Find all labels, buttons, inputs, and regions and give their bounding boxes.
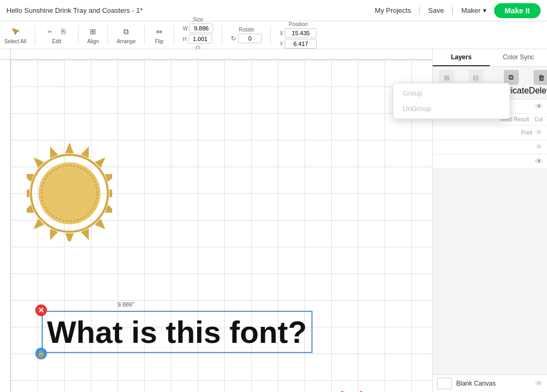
- divider3: [107, 26, 108, 45]
- app-title: Hello Sunshine Drink Tray and Coasters -…: [6, 6, 143, 14]
- delete-icon: 🗑: [534, 70, 547, 85]
- layer-sub2-eye[interactable]: 👁: [535, 128, 543, 137]
- delete-label: Delete: [529, 86, 547, 96]
- layer-sub4-eye[interactable]: 👁: [535, 157, 543, 166]
- arrange-icon[interactable]: ⧉: [120, 26, 132, 37]
- separator: |: [418, 6, 420, 15]
- delete-action[interactable]: 🗑 Delete: [529, 70, 547, 96]
- arrow-annotation: [341, 386, 389, 392]
- make-it-button[interactable]: Make It: [494, 3, 541, 18]
- blank-canvas-row: Blank Canvas 👁: [433, 374, 547, 392]
- size-h-label: H: [183, 36, 186, 42]
- position-y-input[interactable]: [285, 39, 317, 49]
- maker-dropdown[interactable]: Maker ▾: [461, 6, 486, 14]
- svg-marker-8: [65, 233, 74, 241]
- my-projects-link[interactable]: My Projects: [375, 6, 411, 14]
- cut-label: Cut: [534, 116, 543, 122]
- ruler-corner: [0, 49, 11, 60]
- size-w-label: W: [183, 26, 187, 32]
- edit-section: ✂ ⎘ Edit: [44, 26, 69, 44]
- blank-canvas-eye[interactable]: 👁: [535, 379, 543, 388]
- position-y-label: Y: [279, 41, 283, 47]
- rotate-input[interactable]: [238, 34, 262, 43]
- edit-label[interactable]: Edit: [52, 38, 61, 44]
- sun-svg: [27, 124, 112, 241]
- delete-handle[interactable]: ✕: [35, 304, 47, 316]
- cursor-icon[interactable]: [10, 26, 21, 37]
- toolbar: Select All ✂ ⎘ Edit ⊞ Align ⧉ Arrange ⇔ …: [0, 21, 547, 49]
- scissors-icon[interactable]: ✂: [44, 26, 56, 37]
- flip-label[interactable]: Flip: [155, 38, 163, 44]
- ruler-vertical: [0, 49, 11, 392]
- print-label: Print: [521, 130, 532, 136]
- top-bar: Hello Sunshine Drink Tray and Coasters -…: [0, 0, 547, 21]
- select-all-section: Select All: [4, 26, 26, 44]
- divider7: [270, 26, 271, 45]
- canvas-area[interactable]: 9.886" ✕ 🔒 What is this font?: [0, 49, 432, 392]
- divider1: [35, 26, 35, 45]
- select-all-label[interactable]: Select All: [4, 38, 26, 44]
- save-link[interactable]: Save: [428, 6, 444, 14]
- position-section: Position X Y: [279, 21, 317, 49]
- svg-marker-0: [65, 143, 74, 153]
- blank-canvas-swatch[interactable]: [437, 378, 452, 389]
- maker-label: Maker: [461, 6, 480, 14]
- svg-marker-15: [46, 145, 58, 158]
- align-section: ⊞ Align: [87, 26, 99, 44]
- divider6: [222, 26, 222, 45]
- cm-item-group: Group: [393, 85, 510, 101]
- chevron-down-icon: ▾: [483, 6, 487, 14]
- svg-marker-1: [81, 145, 92, 158]
- layer-section: ▼ Weld Result 👁 Weld Result Cut Print 👁 …: [433, 99, 547, 374]
- divider5: [174, 26, 174, 45]
- select-all-icons: [10, 26, 21, 37]
- grid-canvas: 9.886" ✕ 🔒 What is this font?: [11, 60, 432, 392]
- position-label: Position: [288, 21, 308, 27]
- align-icon[interactable]: ⊞: [87, 26, 99, 37]
- divider2: [78, 26, 79, 45]
- svg-marker-9: [46, 229, 58, 241]
- divider4: [144, 26, 145, 45]
- text-element[interactable]: ✕ 🔒 What is this font?: [42, 311, 312, 353]
- ruler-horizontal: [11, 49, 432, 60]
- svg-marker-7: [81, 229, 92, 241]
- text-content: What is this font?: [47, 314, 307, 350]
- flip-section: ⇔ Flip: [153, 26, 165, 44]
- top-bar-right: My Projects | Save | Maker ▾ Make It: [375, 3, 541, 18]
- layer-visibility-icon[interactable]: 👁: [535, 102, 543, 111]
- size-section: Size W H 🔒: [183, 17, 213, 53]
- lock-handle[interactable]: 🔒: [35, 348, 47, 359]
- double-arrow-icon: [341, 386, 389, 392]
- align-label[interactable]: Align: [87, 38, 99, 44]
- layer-sub3-eye[interactable]: 👁: [535, 143, 543, 151]
- arrange-section: ⧉ Arrange: [116, 26, 136, 44]
- layer-item-sub4[interactable]: 👁: [433, 154, 547, 169]
- svg-point-17: [38, 162, 100, 224]
- position-x-input[interactable]: [285, 28, 317, 38]
- size-w-input[interactable]: [189, 23, 213, 33]
- layer-item-sub3[interactable]: 👁: [433, 140, 547, 154]
- tab-color-sync[interactable]: Color Sync: [490, 49, 547, 66]
- svg-marker-4: [110, 189, 112, 198]
- blank-canvas-label: Blank Canvas: [456, 380, 531, 387]
- sun-graphic[interactable]: [27, 124, 112, 241]
- svg-marker-12: [27, 189, 29, 198]
- rotate-label: Rotate: [239, 27, 254, 33]
- copy-icon[interactable]: ⎘: [58, 26, 69, 37]
- layer-item-sub2[interactable]: Print 👁: [433, 126, 547, 140]
- panel-tabs: Layers Color Sync: [433, 49, 547, 67]
- size-label: Size: [193, 17, 203, 22]
- rotate-icon: ↻: [231, 35, 236, 42]
- context-menu: GroupUnGroup: [393, 83, 510, 119]
- dimension-label: 9.886": [118, 301, 134, 308]
- position-x-label: X: [279, 30, 283, 36]
- rotate-section: Rotate ↻: [231, 27, 262, 43]
- separator2: |: [451, 6, 454, 15]
- cm-item-ungroup: UnGroup: [393, 101, 510, 116]
- size-h-input[interactable]: [188, 34, 212, 44]
- arrange-label[interactable]: Arrange: [116, 38, 136, 44]
- flip-icon[interactable]: ⇔: [153, 26, 165, 37]
- tab-layers[interactable]: Layers: [433, 49, 490, 66]
